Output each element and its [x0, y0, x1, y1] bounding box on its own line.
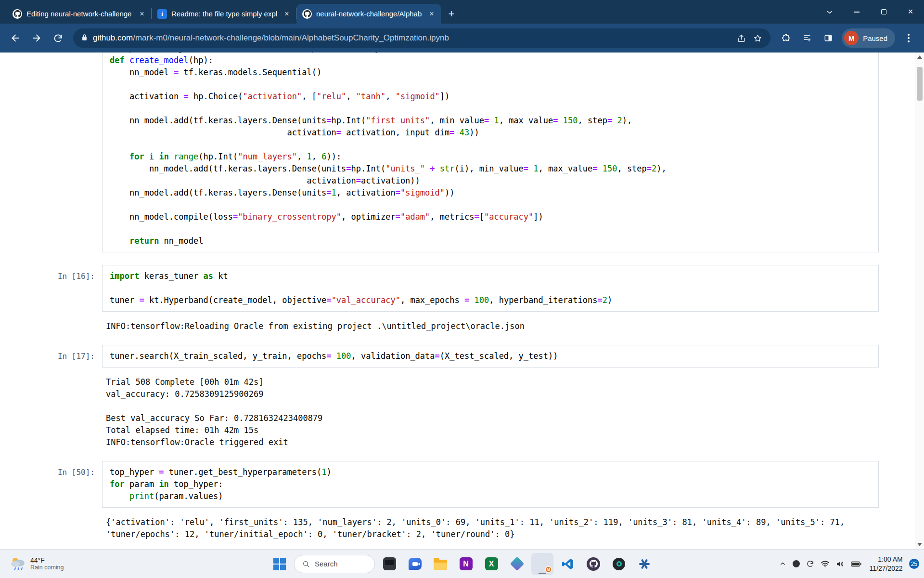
- forward-button[interactable]: [27, 28, 46, 48]
- code-line: activation=activation)): [110, 175, 871, 187]
- notebook-cells: # Experimenting a Keras model tuner to i…: [0, 53, 879, 549]
- file-explorer-icon[interactable]: [429, 553, 451, 575]
- new-tab-button[interactable]: +: [443, 6, 460, 22]
- vscode-icon[interactable]: [557, 553, 579, 575]
- teal-ring-app-icon[interactable]: [608, 553, 630, 575]
- ring-icon: [613, 558, 625, 570]
- clock-time: 1:00 AM: [870, 555, 903, 564]
- code-line: [110, 79, 871, 91]
- code-line: [110, 223, 871, 235]
- address-bar[interactable]: github.com/mark-m0/neural-network-challe…: [73, 28, 770, 48]
- notebook-cell: In [17]:tuner.search(X_train_scaled, y_t…: [0, 345, 879, 448]
- page-content: # Experimenting a Keras model tuner to i…: [0, 53, 924, 549]
- browser-menu-icon[interactable]: [899, 28, 918, 48]
- code-cell-input[interactable]: import keras_tuner as kt tuner = kt.Hype…: [102, 265, 879, 312]
- profile-button[interactable]: M Paused: [842, 28, 895, 48]
- system-tray: 1:00 AM 11/27/2022 25: [779, 555, 919, 572]
- clock-date: 11/27/2022: [870, 564, 903, 573]
- extensions-icon[interactable]: [776, 28, 796, 48]
- asterisk-icon: [638, 558, 651, 570]
- code-line: top_hyper = tuner.get_best_hyperparamete…: [110, 466, 871, 478]
- tab-title: Editing neural-network-challenge: [26, 10, 132, 18]
- tab-editing-repo[interactable]: Editing neural-network-challenge ×: [7, 4, 151, 24]
- weather-condition: Rain coming: [30, 564, 64, 571]
- code-line: activation= activation, input_dim= 43)): [110, 127, 871, 139]
- url-domain: github.com: [93, 33, 133, 42]
- excel-letter: X: [485, 557, 498, 570]
- monitor-app-icon: [383, 557, 396, 570]
- browser-toolbar: github.com/mark-m0/neural-network-challe…: [0, 24, 924, 53]
- refresh-button[interactable]: [48, 28, 67, 48]
- chat-bubble-icon: [409, 558, 422, 570]
- search-icon: [302, 560, 310, 568]
- tray-sync-icon[interactable]: [806, 560, 814, 568]
- taskbar-clock[interactable]: 1:00 AM 11/27/2022: [870, 555, 903, 572]
- scrollbar-thumb[interactable]: [917, 67, 923, 101]
- collections-icon[interactable]: [797, 28, 817, 48]
- scroll-down-arrow-icon[interactable]: [915, 540, 924, 549]
- tab-actions-chevron-icon[interactable]: [816, 0, 843, 24]
- close-window-button[interactable]: ×: [897, 0, 924, 24]
- diamond-icon: [510, 557, 524, 571]
- onenote-letter: N: [460, 557, 473, 570]
- github-desktop-icon[interactable]: [582, 553, 604, 575]
- code-line: [110, 199, 871, 211]
- maximize-button[interactable]: [870, 0, 897, 24]
- code-line: nn_model.compile(loss="binary_crossentro…: [110, 211, 871, 223]
- tray-dark-app-icon[interactable]: [793, 560, 800, 567]
- back-button[interactable]: [6, 28, 25, 48]
- scroll-up-arrow-icon[interactable]: [915, 53, 924, 62]
- browser-tab-bar: Editing neural-network-challenge × i Rea…: [0, 0, 924, 24]
- start-button[interactable]: [269, 553, 291, 575]
- notification-count-badge[interactable]: 25: [909, 559, 919, 569]
- code-line: [110, 282, 871, 294]
- tab-close-icon[interactable]: ×: [137, 9, 147, 19]
- search-label: Search: [315, 560, 338, 568]
- notebook-cell: # Experimenting a Keras model tuner to i…: [0, 53, 879, 252]
- code-line: import keras_tuner as kt: [110, 270, 871, 282]
- weather-temp: 44°F: [30, 556, 64, 565]
- starburst-app-icon[interactable]: [633, 553, 655, 575]
- vertical-scrollbar[interactable]: [915, 53, 924, 549]
- window-controls: ×: [816, 0, 924, 24]
- notebook-cell: In [50]:top_hyper = tuner.get_best_hyper…: [0, 461, 879, 540]
- code-line: for param in top_hyper:: [110, 478, 871, 490]
- chrome-icon[interactable]: M: [531, 553, 553, 575]
- url-path: /mark-m0/neural-network-challenge/blob/m…: [133, 33, 449, 42]
- notebook-cell: In [16]:import keras_tuner as kt tuner =…: [0, 265, 879, 332]
- battery-icon[interactable]: [851, 561, 861, 567]
- dark-app-icon[interactable]: [378, 553, 400, 575]
- avatar: M: [844, 31, 859, 45]
- code-cell-input[interactable]: # Experimenting a Keras model tuner to i…: [102, 53, 879, 252]
- tab-notebook-active[interactable]: neural-network-challenge/Alphab ×: [296, 4, 441, 24]
- windows-logo-icon: [273, 558, 286, 570]
- onenote-icon[interactable]: N: [455, 553, 477, 575]
- share-icon[interactable]: [733, 30, 749, 46]
- cell-output: Trial 508 Complete [00h 01m 42s] val_acc…: [102, 376, 846, 448]
- volume-icon[interactable]: [836, 560, 845, 568]
- tray-chevron-up-icon[interactable]: [779, 560, 786, 567]
- code-line: tuner = kt.Hyperband(create_model, objec…: [110, 294, 871, 306]
- chat-app-icon[interactable]: [404, 553, 426, 575]
- wifi-icon[interactable]: [821, 560, 830, 568]
- tab-readme-article[interactable]: i Readme: the file type simply expl ×: [152, 4, 296, 24]
- excel-icon[interactable]: X: [480, 553, 502, 575]
- tab-close-icon[interactable]: ×: [426, 9, 437, 19]
- tab-close-icon[interactable]: ×: [282, 9, 292, 19]
- sync-paused-label: Paused: [863, 34, 887, 42]
- favorite-star-icon[interactable]: [749, 30, 766, 46]
- code-cell-input[interactable]: tuner.search(X_train_scaled, y_train, ep…: [102, 345, 879, 368]
- code-line: nn_model.add(tf.keras.layers.Dense(units…: [110, 163, 871, 175]
- code-line: nn_model.add(tf.keras.layers.Dense(units…: [110, 187, 871, 199]
- split-screen-icon[interactable]: [819, 28, 838, 48]
- minimize-button[interactable]: [843, 0, 870, 24]
- weather-widget[interactable]: 44°F Rain coming: [6, 554, 67, 574]
- diamond-app-icon[interactable]: [506, 553, 528, 575]
- taskbar-center: Search N X M: [269, 553, 655, 575]
- vscode-logo-icon: [562, 558, 574, 570]
- tab-title: neural-network-challenge/Alphab: [316, 10, 422, 18]
- code-cell-input[interactable]: top_hyper = tuner.get_best_hyperparamete…: [102, 461, 879, 508]
- taskbar-search[interactable]: Search: [294, 555, 375, 573]
- github-favicon-icon: [302, 9, 312, 19]
- code-line: tuner.search(X_train_scaled, y_train, ep…: [110, 350, 871, 362]
